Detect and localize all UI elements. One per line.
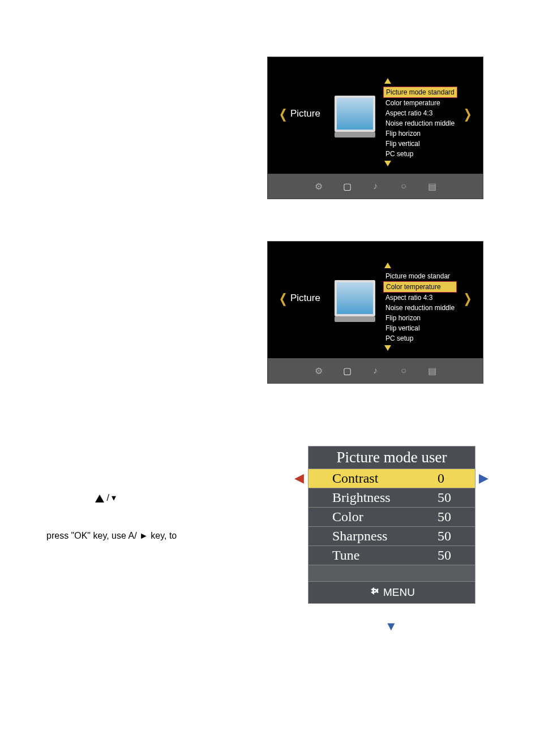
pmu-row-tune[interactable]: Tune50 [308, 546, 475, 565]
osd-item-noise-reduction[interactable]: Noise reduction middle [383, 303, 457, 313]
tab-settings-icon[interactable]: ⚙ [313, 366, 324, 376]
down-arrow-icon[interactable] [384, 161, 391, 166]
pmu-row-value: 0 [438, 471, 458, 486]
osd-nav-left-icon[interactable]: ❬ [278, 291, 288, 306]
pmu-row-value: 50 [438, 529, 458, 544]
osd-nav-left-icon[interactable]: ❬ [278, 107, 288, 122]
back-arrow-icon [368, 586, 383, 598]
pmu-row-contrast[interactable]: Contrast0 [308, 469, 475, 488]
doc-arrow-line-text: / ▾ [104, 493, 116, 502]
osd-tab-row: ⚙ ▢ ♪ ○ ▤ [268, 181, 483, 192]
monitor-icon [335, 96, 375, 132]
pmu-row-value: 50 [438, 490, 458, 505]
up-arrow-icon[interactable] [384, 78, 391, 84]
osd-menu-list-1[interactable]: Picture mode standard Color temperature … [383, 76, 457, 169]
pmu-title: Picture mode user [308, 446, 475, 469]
osd-nav-right-icon[interactable]: ❭ [462, 291, 473, 306]
pmu-nav-left-icon[interactable]: ◀ [294, 471, 304, 486]
pmu-row-label: Sharpness [332, 529, 387, 544]
tab-settings-icon[interactable]: ⚙ [313, 181, 324, 192]
pmu-row-sharpness[interactable]: Sharpness50 [308, 527, 475, 546]
osd-item-aspect-ratio[interactable]: Aspect ratio 4:3 [383, 293, 457, 303]
pmu-row-value: 50 [438, 548, 458, 563]
osd-category-label: Picture [290, 108, 320, 119]
osd-item-picture-mode[interactable]: Picture mode standard [383, 87, 457, 98]
osd-item-color-temperature[interactable]: Color temperature [383, 98, 457, 108]
pmu-row-brightness[interactable]: Brightness50 [308, 488, 475, 508]
osd-category-label: Picture [290, 293, 320, 304]
pmu-menu-label: MENU [383, 586, 415, 598]
tab-picture-icon[interactable]: ▢ [341, 366, 353, 376]
osd-menu-list-2[interactable]: Picture mode standar Color temperature A… [383, 261, 457, 354]
pmu-row-label: Brightness [332, 490, 391, 505]
pmu-row-label: Tune [332, 548, 359, 563]
pmu-row-label: Contrast [332, 471, 378, 486]
osd-item-aspect-ratio[interactable]: Aspect ratio 4:3 [383, 108, 457, 118]
pmu-nav-right-icon[interactable]: ▶ [479, 471, 488, 486]
osd-item-pc-setup[interactable]: PC setup [383, 333, 457, 343]
pmu-row-label: Color [332, 509, 363, 525]
pmu-menu-button[interactable]: MENU [308, 582, 475, 603]
osd-panel-2: ❬ ❭ Picture Picture mode standar Color t… [267, 241, 483, 384]
osd-nav-right-icon[interactable]: ❭ [462, 107, 473, 122]
pmu-nav-down-icon[interactable]: ▼ [385, 619, 397, 634]
pmu-spacer [308, 565, 475, 582]
doc-arrow-line: / ▾ [95, 492, 116, 503]
tab-time-icon[interactable]: ○ [398, 366, 409, 376]
pmu-row-value: 50 [438, 509, 458, 525]
osd-tab-row: ⚙ ▢ ♪ ○ ▤ [268, 366, 483, 376]
osd-item-pc-setup[interactable]: PC setup [383, 149, 457, 159]
osd-item-picture-mode[interactable]: Picture mode standar [383, 271, 457, 281]
osd-item-noise-reduction[interactable]: Noise reduction middle [383, 118, 457, 128]
osd-panel-1: ❬ ❭ Picture Picture mode standard Color … [267, 57, 483, 199]
osd-item-flip-vertical[interactable]: Flip vertical [383, 139, 457, 149]
picture-mode-user-panel: Picture mode user Contrast0 Brightness50… [308, 446, 475, 604]
doc-ok-line: press "OK" key, use A/ ► key, to [46, 531, 177, 541]
up-arrow-icon[interactable] [384, 263, 391, 268]
monitor-icon [335, 280, 375, 316]
osd-item-flip-horizon[interactable]: Flip horizon [383, 313, 457, 323]
tab-time-icon[interactable]: ○ [398, 181, 409, 192]
tab-audio-icon[interactable]: ♪ [370, 181, 381, 192]
tab-picture-icon[interactable]: ▢ [341, 181, 353, 192]
tab-audio-icon[interactable]: ♪ [370, 366, 381, 376]
osd-item-color-temperature[interactable]: Color temperature [383, 281, 457, 293]
tab-options-icon[interactable]: ▤ [426, 181, 438, 192]
down-arrow-icon[interactable] [384, 345, 391, 351]
tab-options-icon[interactable]: ▤ [426, 366, 438, 376]
pmu-row-color[interactable]: Color50 [308, 508, 475, 527]
up-triangle-icon [95, 495, 104, 502]
osd-item-flip-horizon[interactable]: Flip horizon [383, 128, 457, 139]
osd-item-flip-vertical[interactable]: Flip vertical [383, 323, 457, 333]
